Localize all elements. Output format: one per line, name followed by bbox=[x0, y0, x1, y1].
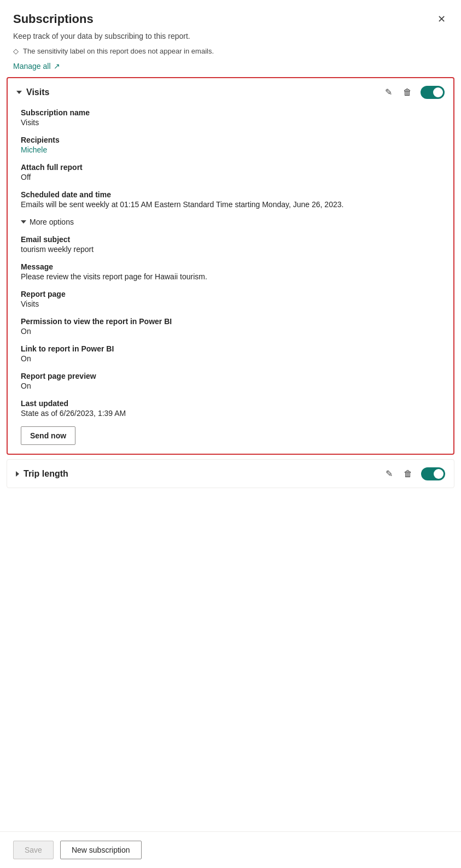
report-page-value: Visits bbox=[21, 300, 440, 308]
manage-all-label: Manage all bbox=[13, 62, 51, 71]
new-subscription-button[interactable]: New subscription bbox=[60, 841, 142, 859]
manage-all-row: Manage all ↗ bbox=[0, 60, 461, 77]
report-preview-value: On bbox=[21, 382, 440, 390]
panel-title: Subscriptions bbox=[13, 12, 94, 26]
trip-edit-button[interactable]: ✎ bbox=[383, 466, 395, 481]
message-label: Message bbox=[21, 262, 440, 271]
scheduled-date-label: Scheduled date and time bbox=[21, 190, 440, 199]
trip-edit-icon: ✎ bbox=[386, 468, 393, 479]
link-value: On bbox=[21, 354, 440, 363]
visits-collapse-icon[interactable] bbox=[16, 91, 22, 94]
recipients-value: Michele bbox=[21, 145, 440, 154]
send-now-button[interactable]: Send now bbox=[21, 426, 75, 445]
permission-label: Permission to view the report in Power B… bbox=[21, 317, 440, 326]
scheduled-date-field: Scheduled date and time Emails will be s… bbox=[21, 190, 440, 209]
manage-all-link[interactable]: Manage all ↗ bbox=[13, 62, 60, 71]
recipients-field: Recipients Michele bbox=[21, 136, 440, 154]
link-label: Link to report in Power BI bbox=[21, 344, 440, 353]
email-subject-field: Email subject tourism weekly report bbox=[21, 235, 440, 254]
trip-delete-icon: 🗑 bbox=[404, 469, 412, 479]
permission-value: On bbox=[21, 327, 440, 336]
edit-icon: ✎ bbox=[385, 87, 392, 97]
bottom-bar: Save New subscription bbox=[0, 831, 461, 868]
visits-delete-button[interactable]: 🗑 bbox=[401, 85, 414, 99]
last-updated-label: Last updated bbox=[21, 399, 440, 408]
message-field: Message Please review the visits report … bbox=[21, 262, 440, 281]
visits-title: Visits bbox=[26, 87, 49, 97]
attach-report-label: Attach full report bbox=[21, 163, 440, 172]
close-icon: ✕ bbox=[437, 13, 446, 25]
subscriptions-panel: Subscriptions ✕ Keep track of your data … bbox=[0, 0, 461, 868]
close-button[interactable]: ✕ bbox=[435, 11, 448, 27]
external-link-icon: ↗ bbox=[54, 62, 60, 71]
visits-toggle[interactable] bbox=[421, 86, 445, 99]
visits-subscription-body: Subscription name Visits Recipients Mich… bbox=[8, 106, 453, 454]
link-field: Link to report in Power BI On bbox=[21, 344, 440, 363]
scheduled-date-value: Emails will be sent weekly at 01:15 AM E… bbox=[21, 200, 440, 209]
trip-length-header: Trip length ✎ 🗑 bbox=[7, 460, 454, 488]
sensitivity-text: The sensitivity label on this report doe… bbox=[23, 47, 214, 55]
sensitivity-notice: ◇ The sensitivity label on this report d… bbox=[0, 45, 461, 60]
subscription-name-field: Subscription name Visits bbox=[21, 108, 440, 127]
trip-delete-button[interactable]: 🗑 bbox=[401, 467, 415, 481]
last-updated-value: State as of 6/26/2023, 1:39 AM bbox=[21, 409, 440, 418]
attach-report-value: Off bbox=[21, 173, 440, 181]
visits-subscription-section: Visits ✎ 🗑 Subscription name Visits Reci… bbox=[7, 77, 454, 455]
subscription-name-label: Subscription name bbox=[21, 108, 440, 117]
trip-toggle[interactable] bbox=[421, 467, 445, 480]
delete-icon: 🗑 bbox=[403, 87, 412, 97]
visits-header-left: Visits bbox=[16, 87, 49, 97]
trip-header-right: ✎ 🗑 bbox=[383, 466, 445, 481]
visits-edit-button[interactable]: ✎ bbox=[383, 85, 394, 99]
more-options-row[interactable]: More options bbox=[21, 218, 440, 226]
visits-header-right: ✎ 🗑 bbox=[383, 85, 445, 99]
visits-subscription-header: Visits ✎ 🗑 bbox=[8, 78, 453, 106]
attach-report-field: Attach full report Off bbox=[21, 163, 440, 181]
message-value: Please review the visits report page for… bbox=[21, 272, 440, 281]
report-page-field: Report page Visits bbox=[21, 290, 440, 308]
panel-header: Subscriptions ✕ bbox=[0, 0, 461, 32]
panel-subtitle: Keep track of your data by subscribing t… bbox=[0, 32, 461, 45]
email-subject-label: Email subject bbox=[21, 235, 440, 244]
save-button: Save bbox=[13, 841, 54, 859]
permission-field: Permission to view the report in Power B… bbox=[21, 317, 440, 336]
last-updated-field: Last updated State as of 6/26/2023, 1:39… bbox=[21, 399, 440, 418]
trip-header-left: Trip length bbox=[16, 469, 68, 479]
trip-expand-icon[interactable] bbox=[16, 471, 19, 477]
report-preview-label: Report page preview bbox=[21, 372, 440, 380]
recipients-label: Recipients bbox=[21, 136, 440, 144]
trip-title: Trip length bbox=[24, 469, 68, 479]
report-page-label: Report page bbox=[21, 290, 440, 298]
report-preview-field: Report page preview On bbox=[21, 372, 440, 390]
more-options-label: More options bbox=[30, 218, 74, 226]
trip-length-section: Trip length ✎ 🗑 bbox=[7, 459, 454, 488]
email-subject-value: tourism weekly report bbox=[21, 245, 440, 254]
subscription-name-value: Visits bbox=[21, 118, 440, 127]
sensitivity-icon: ◇ bbox=[13, 47, 19, 55]
more-options-chevron bbox=[21, 220, 26, 224]
